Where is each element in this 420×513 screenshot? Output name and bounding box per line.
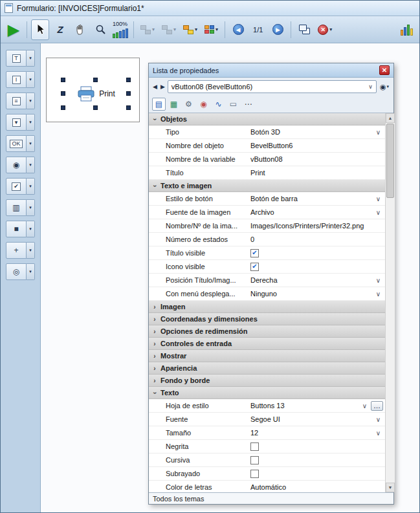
chevron-down-icon[interactable]: ∨ [373,195,383,202]
selection-handle[interactable] [126,91,131,96]
section-header-controles-de-entrada[interactable]: ›Controles de entrada [149,338,385,350]
next-object-icon[interactable]: ▶ [160,83,166,90]
selection-handle[interactable] [61,91,65,96]
property-value[interactable]: Images/Icons/Printers/Printer32.png [250,222,383,230]
chevron-down-icon[interactable]: ▾ [27,71,35,88]
selection-handle[interactable] [126,105,131,110]
chevron-down-icon[interactable]: ∨ [360,402,370,409]
property-row-tama-o[interactable]: Tamaño12∨ [149,426,385,440]
checkbox[interactable] [250,442,259,451]
chevron-down-icon[interactable]: ▾ [27,93,35,109]
chevron-down-icon[interactable]: ▾ [27,157,35,173]
property-row-cursiva[interactable]: Cursiva [149,453,385,467]
chevron-down-icon[interactable]: ▾ [27,199,35,216]
selection-handle[interactable] [93,78,98,82]
property-row-nombre-n-de-la-ima[interactable]: Nombre/Nº de la ima...Images/Icons/Print… [149,219,385,233]
tab-objects-icon[interactable]: ▤ [152,98,166,111]
checkbox[interactable] [250,456,259,464]
checkbox[interactable]: ✔ [250,263,259,271]
tab-image-icon[interactable]: ▦ [167,98,181,111]
chevron-down-icon[interactable]: ∨ [373,209,383,216]
selection-handle[interactable] [61,105,65,110]
sidebar-splitter-tool[interactable]: +▾ [6,242,35,259]
tab-settings-icon[interactable]: ⚙ [182,98,195,111]
property-row-n-mero-de-estados[interactable]: Número de estados0 [149,233,385,246]
tab-more-icon[interactable]: ⋯ [241,98,255,111]
section-header-texto[interactable]: ›Texto [149,387,385,399]
chevron-down-icon[interactable]: ▾ [27,221,35,237]
property-row-hoja-de-estilo[interactable]: Hoja de estiloButtons 13∨… [149,399,385,413]
section-header-objetos[interactable]: ›Objetos [149,113,385,126]
section-header-fondo-y-borde[interactable]: ›Fondo y borde [149,375,385,387]
selection-handle[interactable] [93,105,98,110]
chevron-down-icon[interactable]: ▾ [27,263,35,280]
property-value[interactable]: Botón de barra [250,195,373,202]
sidebar-tab-control-tool[interactable]: ◎▾ [6,263,35,280]
selection-handle[interactable] [61,78,65,82]
selected-print-button[interactable]: Print [63,80,128,107]
color-tool-button[interactable]: ▾ [202,19,221,40]
tab-chart-icon[interactable]: ∿ [212,98,225,111]
entry-order-tool-button[interactable]: Z [51,19,69,40]
chevron-down-icon[interactable]: ▾ [27,135,35,152]
property-value[interactable]: Buttons 13 [250,402,360,409]
property-row-fuente-de-la-imagen[interactable]: Fuente de la imagenArchivo∨ [149,206,385,219]
zoom-bars-icon[interactable] [113,28,128,38]
chevron-down-icon[interactable]: ∨ [373,416,383,423]
property-value[interactable]: Ninguno [250,290,373,298]
property-value[interactable]: Botón 3D [250,128,373,136]
close-icon[interactable]: ✕ [379,65,390,75]
property-row-t-tulo-visible[interactable]: Título visible✔ [149,246,385,260]
sidebar-list-box-tool[interactable]: ≡▾ [6,93,35,109]
zoom-tool-button[interactable] [91,19,109,40]
property-value[interactable]: BevelButton6 [250,142,383,149]
zoom-level-widget[interactable]: 100% [111,19,129,40]
selection-handle[interactable] [126,78,131,82]
duplicate-tool-button[interactable]: ▾ [181,19,200,40]
property-row-icono-visible[interactable]: Icono visible✔ [149,260,385,274]
library-button[interactable] [397,19,415,40]
sidebar-radio-button-tool[interactable]: ◉▾ [6,157,35,173]
ellipsis-button[interactable]: … [371,401,383,411]
property-value[interactable]: Automático [250,483,383,491]
property-value[interactable]: Archivo [250,208,373,216]
chevron-down-icon[interactable]: ∨ [373,277,383,284]
property-value[interactable]: Print [250,169,383,177]
scroll-up-icon[interactable]: ▲ [386,113,395,123]
property-row-con-men-desplega[interactable]: Con menú desplega...Ninguno∨ [149,287,385,301]
scrollbar-thumb[interactable] [386,124,394,198]
chevron-down-icon[interactable]: ∨ [373,129,383,136]
property-row-subrayado[interactable]: Subrayado [149,467,385,481]
property-row-posici-n-t-tulo-imag[interactable]: Posición Título/Imag...Derecha∨ [149,274,385,287]
windows-button[interactable] [295,19,313,40]
property-row-color-de-letras[interactable]: Color de letrasAutomático [149,481,385,492]
sidebar-button-tool[interactable]: OK▾ [6,135,35,152]
next-page-button[interactable]: ▶ [269,19,287,40]
sidebar-rectangle-tool[interactable]: ■▾ [6,221,35,237]
property-value[interactable]: Segoe UI [250,415,373,423]
section-header-apariencia[interactable]: ›Apariencia [149,362,385,375]
checkbox[interactable]: ✔ [250,249,259,257]
property-row-tipo[interactable]: TipoBotón 3D∨ [149,126,385,139]
object-selector[interactable]: vButton08 (BevelButton6) ∨ [168,80,377,93]
prev-page-button[interactable]: ◀ [229,19,247,40]
chevron-down-icon[interactable]: ▾ [27,178,35,195]
section-header-imagen[interactable]: ›Imagen [149,301,385,313]
panel-scrollbar[interactable]: ▲ ▼ [385,113,395,492]
align-tool-button[interactable]: ▾ [138,19,157,40]
chevron-down-icon[interactable]: ▾ [27,50,35,67]
tab-pin-icon[interactable]: ◉ [197,98,210,111]
prev-object-icon[interactable]: ◀ [152,83,158,90]
chevron-down-icon[interactable]: ∨ [373,290,383,298]
property-row-fuente[interactable]: FuenteSegoe UI∨ [149,413,385,426]
section-header-mostrar[interactable]: ›Mostrar [149,350,385,362]
scroll-down-icon[interactable]: ▼ [386,483,395,492]
delete-tool-button[interactable]: ✕▾ [315,19,335,40]
sidebar-text-area-tool[interactable]: T▾ [6,50,35,67]
property-row-nombre-del-objeto[interactable]: Nombre del objetoBevelButton6 [149,139,385,153]
pan-tool-button[interactable] [71,19,89,40]
window-titlebar[interactable]: Formulario: [INVOICES]Formulario1* [1,1,419,16]
section-header-texto-e-imagen[interactable]: ›Texto e imagen [149,180,385,192]
chevron-down-icon[interactable]: ▾ [27,114,35,131]
sidebar-input-field-tool[interactable]: I▾ [6,71,35,88]
